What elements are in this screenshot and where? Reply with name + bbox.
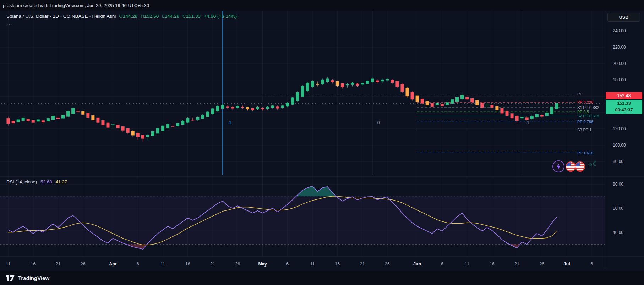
sun-moon-icon[interactable]: ☼☾ — [588, 160, 598, 167]
last-price-text: 151.33 — [617, 100, 631, 107]
candle-body — [411, 92, 414, 99]
price-chart-canvas[interactable]: -101PPPP 0.236S1 PP 0.382PP 0.5S2 PP 0.6… — [0, 0, 644, 271]
pivot-level-label: PP 0.5 — [577, 110, 589, 114]
candle-body — [316, 84, 319, 85]
price-tick-label: 100.00 — [613, 143, 626, 148]
time-tick-label[interactable]: 21 — [360, 262, 365, 267]
candle-body — [446, 102, 449, 105]
time-tick-label[interactable]: 26 — [81, 262, 86, 267]
candle-body — [181, 121, 184, 125]
candle-body — [211, 109, 214, 114]
candle-body — [421, 99, 424, 103]
candle-body — [336, 81, 339, 86]
candle-body — [306, 83, 309, 91]
time-tick-label[interactable]: Jul — [564, 262, 570, 267]
candle-body — [111, 124, 115, 125]
candle-body — [186, 118, 189, 122]
candle-body — [251, 108, 254, 110]
candle-body — [37, 120, 40, 122]
time-tick-label[interactable]: Apr — [109, 262, 117, 267]
time-tick-label[interactable]: 26 — [235, 262, 240, 267]
time-tick-label[interactable]: 6 — [137, 262, 139, 267]
bar-close-countdown: 09:43:37 — [615, 107, 633, 114]
rsi-value: 52.68 — [40, 179, 52, 185]
candle-body — [495, 106, 498, 110]
candle-body — [261, 108, 264, 109]
candle-body — [116, 125, 120, 128]
candle-body — [416, 96, 419, 102]
candle-body — [465, 97, 469, 100]
candle-body — [460, 95, 464, 99]
candle-body — [166, 124, 169, 128]
price-tick-label: 180.00 — [613, 77, 626, 82]
candle-body — [281, 105, 284, 108]
time-tick-label[interactable]: May — [258, 262, 267, 267]
candle-body — [356, 84, 359, 86]
candle-body — [61, 115, 65, 119]
time-tick-label[interactable]: 16 — [490, 262, 495, 267]
candle-body — [51, 116, 55, 120]
candle-body — [545, 113, 549, 116]
time-tick-label[interactable]: 16 — [185, 262, 190, 267]
candle-body — [101, 120, 104, 125]
time-tick-label[interactable]: 11 — [160, 262, 165, 267]
currency-toggle-button[interactable]: USD — [607, 13, 640, 22]
time-tick-label[interactable]: 6 — [286, 262, 289, 267]
time-tick-label[interactable]: 16 — [335, 262, 340, 267]
candle-body — [156, 128, 159, 134]
candle-body — [126, 128, 130, 133]
candle-body — [311, 81, 314, 87]
time-tick-label[interactable]: 21 — [514, 262, 519, 267]
rsi-title[interactable]: RSI (14, close) — [6, 179, 37, 185]
candle-body — [376, 81, 379, 82]
us-flag-bubble-icon[interactable] — [575, 161, 585, 172]
rsi-tick-label: 40.00 — [613, 230, 623, 235]
candle-body — [530, 116, 534, 119]
candle-body — [32, 120, 35, 123]
last-price-badge: 151.33 09:43:37 — [606, 100, 642, 114]
time-tick-label[interactable]: 6 — [441, 262, 443, 267]
candle-body — [226, 106, 229, 108]
time-tick-label[interactable]: 6 — [590, 262, 593, 267]
candle-body — [386, 79, 389, 81]
candle-body — [341, 83, 344, 87]
candle-body — [107, 123, 110, 128]
candle-body — [550, 107, 553, 114]
candle-body — [56, 118, 60, 119]
candle-body — [351, 83, 354, 85]
legend-more-button[interactable]: ... — [6, 20, 12, 26]
brand-name[interactable]: TradingView — [18, 275, 49, 281]
candle-body — [66, 111, 70, 116]
candle-body — [371, 79, 374, 82]
time-tick-label[interactable]: 21 — [56, 262, 61, 267]
candle-body — [241, 107, 244, 108]
candle-body — [535, 114, 539, 117]
candle-body — [555, 103, 558, 109]
rsi-band — [0, 196, 605, 245]
time-tick-label[interactable]: 21 — [210, 262, 215, 267]
rsi-legend[interactable]: RSI (14, close)52.6841.27 — [6, 179, 67, 185]
time-tick-label[interactable]: 16 — [31, 262, 36, 267]
symbol-legend[interactable]: Solana / U.S. Dollar · 1D · COINBASE · H… — [6, 13, 237, 19]
ohlc-high: H152.60 — [141, 13, 159, 19]
time-tick-label[interactable]: Jun — [413, 262, 421, 267]
candle-body — [540, 115, 544, 117]
time-tick-label[interactable]: 11 — [465, 262, 469, 267]
time-tick-label[interactable]: 26 — [385, 262, 390, 267]
time-tick-label[interactable]: 26 — [539, 262, 544, 267]
candle-body — [47, 118, 50, 121]
ohlc-close: C151.33 — [182, 13, 201, 19]
footer-bar: TradingView — [0, 271, 644, 285]
time-tick-label[interactable]: 11 — [6, 262, 11, 267]
candle-body — [451, 99, 454, 104]
us-flag-bubble-icon[interactable] — [566, 161, 576, 172]
candle-body — [146, 135, 149, 137]
time-tick-label[interactable]: 11 — [310, 262, 315, 267]
tradingview-logo[interactable] — [6, 275, 15, 281]
reaction-lightning-button[interactable] — [552, 160, 564, 172]
candle-body — [86, 113, 89, 118]
candle-body — [431, 103, 434, 107]
candle-body — [206, 112, 209, 117]
symbol-title[interactable]: Solana / U.S. Dollar · 1D · COINBASE · H… — [6, 13, 116, 19]
candle-body — [525, 117, 529, 120]
